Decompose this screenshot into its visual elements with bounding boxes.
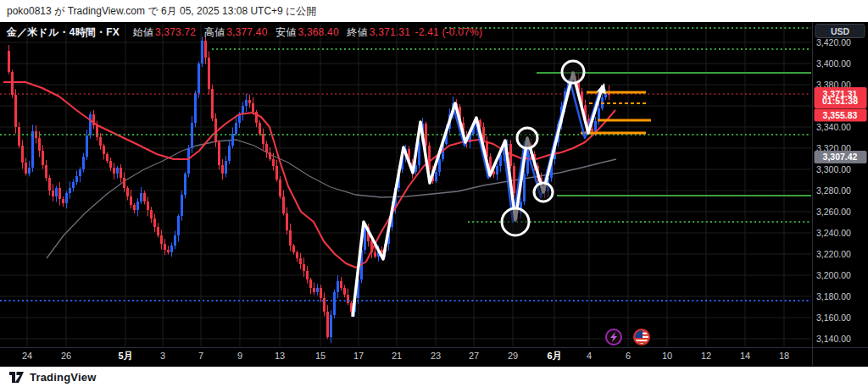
price-tick: 3,340.00 bbox=[816, 122, 851, 132]
tradingview-logo-icon bbox=[8, 371, 25, 384]
time-tick: 12 bbox=[701, 351, 711, 361]
price-tick: 3,260.00 bbox=[816, 207, 851, 217]
time-tick: 27 bbox=[469, 351, 479, 361]
time-tick: 21 bbox=[392, 351, 402, 361]
swing-circle[interactable] bbox=[517, 128, 537, 148]
price-tick: 3,420.00 bbox=[816, 37, 851, 47]
time-axis[interactable]: 24265月379131517212327296月4610121418 bbox=[22, 351, 789, 361]
price-tick: 3,160.00 bbox=[816, 312, 851, 323]
lightning-marker-icon[interactable] bbox=[606, 329, 621, 345]
price-badge-text: 01:51:38 bbox=[822, 96, 858, 106]
low-label: 安値 bbox=[275, 26, 296, 38]
high-label: 高値 bbox=[204, 26, 225, 38]
price-tick: 3,400.00 bbox=[816, 58, 851, 69]
price-tick: 3,220.00 bbox=[816, 249, 851, 259]
swing-circle[interactable] bbox=[534, 183, 553, 202]
candlestick-chart[interactable]: 3,420.003,400.003,380.003,340.003,320.00… bbox=[0, 22, 868, 367]
open-value: 3,373.72 bbox=[155, 26, 196, 38]
usd-button[interactable]: USD bbox=[815, 25, 865, 38]
low-value: 3,368.40 bbox=[298, 26, 338, 38]
price-badge-text: 3,307.42 bbox=[823, 152, 858, 162]
usd-button-label: USD bbox=[831, 26, 850, 36]
price-tick: 3,200.00 bbox=[816, 270, 851, 280]
price-tick: 3,300.00 bbox=[816, 164, 851, 174]
price-tick: 3,280.00 bbox=[816, 185, 851, 196]
time-tick: 29 bbox=[508, 351, 518, 361]
time-tick: 9 bbox=[237, 351, 242, 361]
symbol-legend[interactable]: 金／米ドル・4時間・FX 始値3,373.72 高値3,377.40 安値3,3… bbox=[7, 25, 482, 40]
time-tick: 24 bbox=[22, 351, 32, 361]
swing-circle[interactable] bbox=[562, 61, 584, 83]
close-value: 3,371.31 bbox=[370, 26, 410, 38]
us-flag-marker-icon[interactable] bbox=[634, 329, 649, 345]
change-value: -2.41 (-0.07%) bbox=[415, 26, 483, 38]
time-tick: 26 bbox=[61, 351, 71, 361]
time-tick: 18 bbox=[779, 351, 789, 361]
price-badge-text: 3,355.83 bbox=[823, 110, 858, 120]
high-value: 3,377.40 bbox=[226, 26, 267, 38]
time-tick: 14 bbox=[740, 351, 750, 361]
horizontal-level-lines[interactable] bbox=[0, 28, 811, 301]
publish-info-text: poko0813 が TradingView.com で 6月 05, 2025… bbox=[7, 4, 316, 19]
tradingview-footer[interactable]: TradingView bbox=[0, 367, 868, 387]
time-tick: 10 bbox=[662, 351, 672, 361]
time-tick: 6 bbox=[626, 351, 631, 361]
time-tick: 4 bbox=[587, 351, 592, 361]
price-tick: 3,180.00 bbox=[816, 291, 851, 301]
price-tick: 3,140.00 bbox=[816, 334, 851, 344]
symbol-title: 金／米ドル・4時間・FX bbox=[7, 26, 120, 38]
time-tick: 23 bbox=[431, 351, 441, 361]
time-tick: 7 bbox=[198, 351, 203, 361]
time-tick: 17 bbox=[353, 351, 364, 361]
time-tick: 5月 bbox=[118, 351, 132, 361]
price-tick: 3,240.00 bbox=[816, 228, 851, 238]
price-axis[interactable]: 3,420.003,400.003,380.003,340.003,320.00… bbox=[815, 37, 867, 344]
time-tick: 6月 bbox=[547, 351, 561, 361]
open-label: 始値 bbox=[133, 26, 153, 38]
tradingview-wordmark: TradingView bbox=[30, 371, 97, 384]
close-label: 終値 bbox=[347, 26, 367, 38]
time-tick: 13 bbox=[275, 351, 285, 361]
chart-area[interactable]: 金／米ドル・4時間・FX 始値3,373.72 高値3,377.40 安値3,3… bbox=[0, 22, 868, 367]
swing-circle[interactable] bbox=[502, 208, 529, 235]
publish-info-bar: poko0813 が TradingView.com で 6月 05, 2025… bbox=[0, 0, 868, 22]
time-tick: 15 bbox=[315, 351, 326, 361]
time-tick: 3 bbox=[160, 351, 165, 361]
